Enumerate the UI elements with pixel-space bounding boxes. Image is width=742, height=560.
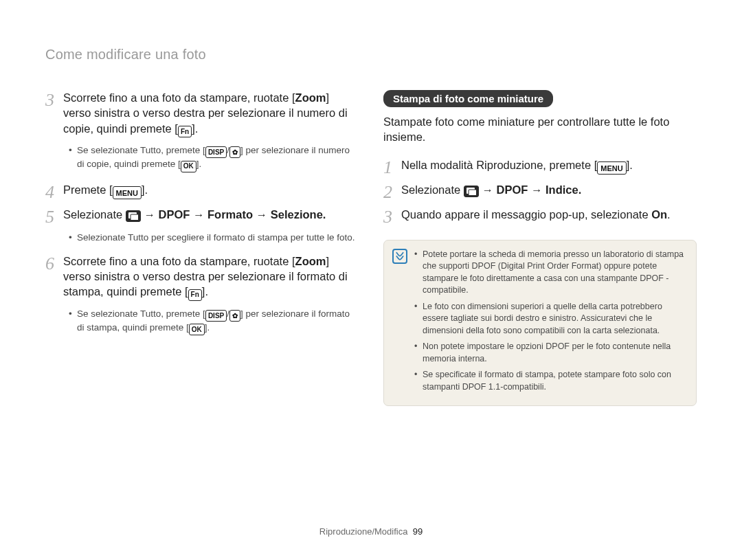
ok-button-icon: OK [181, 161, 196, 172]
step-5-notes: Selezionate Tutto per scegliere il forma… [69, 232, 359, 244]
step-number: 6 [45, 255, 63, 302]
step-text: Selezionate → DPOF → Indice. [401, 182, 581, 200]
bullet: Se selezionate Tutto, premete [DISP/✿] p… [69, 144, 359, 172]
menu-button-icon: MENU [597, 161, 626, 175]
step-number: 1 [383, 159, 401, 177]
bullet: Se selezionate Tutto, premete [DISP/✿] p… [69, 308, 359, 336]
step-number: 3 [383, 208, 401, 226]
menu-button-icon: MENU [113, 186, 142, 199]
note-bullet: Le foto con dimensioni superiori a quell… [414, 301, 686, 337]
step-3-notes: Se selezionate Tutto, premete [DISP/✿] p… [69, 144, 359, 172]
disp-button-icon: DISP [205, 146, 227, 158]
print-settings-icon [126, 210, 141, 222]
step-number: 2 [383, 183, 401, 201]
section-heading-pill: Stampa di foto come miniature [383, 90, 553, 107]
left-column: 3 Scorrete fino a una foto da stampare, … [45, 90, 359, 406]
print-settings-icon [464, 186, 479, 197]
step-text: Scorrete fino a una foto da stampare, ru… [63, 90, 359, 137]
bullet: Selezionate Tutto per scegliere il forma… [69, 232, 359, 244]
step-3: 3 Scorrete fino a una foto da stampare, … [45, 90, 359, 137]
info-note-box: Potete portare la scheda di memoria pres… [383, 240, 697, 407]
step-text: Selezionate → DPOF → Formato → Selezione… [63, 207, 326, 225]
zoom-label: Zoom [295, 91, 326, 104]
step-4: 4 Premete [MENU]. [45, 182, 359, 200]
section-intro: Stampate foto come miniature per control… [383, 114, 697, 145]
step-number: 3 [45, 91, 63, 139]
step-6: 6 Scorrete fino a una foto da stampare, … [45, 254, 359, 301]
step-text: Premete [MENU]. [63, 182, 148, 200]
fn-button-icon: Fn [178, 126, 192, 137]
step-number: 4 [45, 183, 63, 201]
info-note-list: Potete portare la scheda di memoria pres… [414, 249, 686, 398]
macro-button-icon: ✿ [229, 310, 240, 322]
step-6-notes: Se selezionate Tutto, premete [DISP/✿] p… [69, 308, 359, 336]
note-bullet: Non potete impostare le opzioni DPOF per… [414, 341, 686, 365]
page-footer: Riproduzione/Modifica 99 [0, 526, 742, 537]
disp-button-icon: DISP [205, 310, 227, 322]
macro-button-icon: ✿ [229, 146, 240, 158]
content-columns: 3 Scorrete fino a una foto da stampare, … [45, 90, 697, 406]
step-text: Scorrete fino a una foto da stampare, ru… [63, 254, 359, 301]
r-step-2: 2 Selezionate → DPOF → Indice. [383, 182, 697, 200]
fn-button-icon: Fn [188, 289, 202, 301]
r-step-1: 1 Nella modalità Riproduzione, premete [… [383, 157, 697, 175]
r-step-3: 3 Quando appare il messaggio pop-up, sel… [383, 207, 697, 225]
step-text: Nella modalità Riproduzione, premete [ME… [401, 157, 633, 175]
svg-rect-1 [131, 214, 138, 220]
manual-page: Come modificare una foto 3 Scorrete fino… [0, 0, 742, 560]
note-bullet: Potete portare la scheda di memoria pres… [414, 249, 686, 297]
info-note-icon [392, 249, 407, 264]
ok-button-icon: OK [189, 324, 205, 335]
page-title: Come modificare una foto [45, 47, 697, 63]
step-5: 5 Selezionate → DPOF → Formato → Selezio… [45, 207, 359, 225]
step-number: 5 [45, 208, 63, 226]
footer-section: Riproduzione/Modifica [319, 526, 408, 537]
note-bullet: Se specificate il formato di stampa, pot… [414, 369, 686, 393]
svg-rect-3 [469, 190, 476, 195]
zoom-label: Zoom [295, 255, 326, 267]
step-text: Quando appare il messaggio pop-up, selez… [401, 207, 671, 225]
footer-page-number: 99 [413, 526, 423, 537]
right-column: Stampa di foto come miniature Stampate f… [383, 90, 697, 406]
